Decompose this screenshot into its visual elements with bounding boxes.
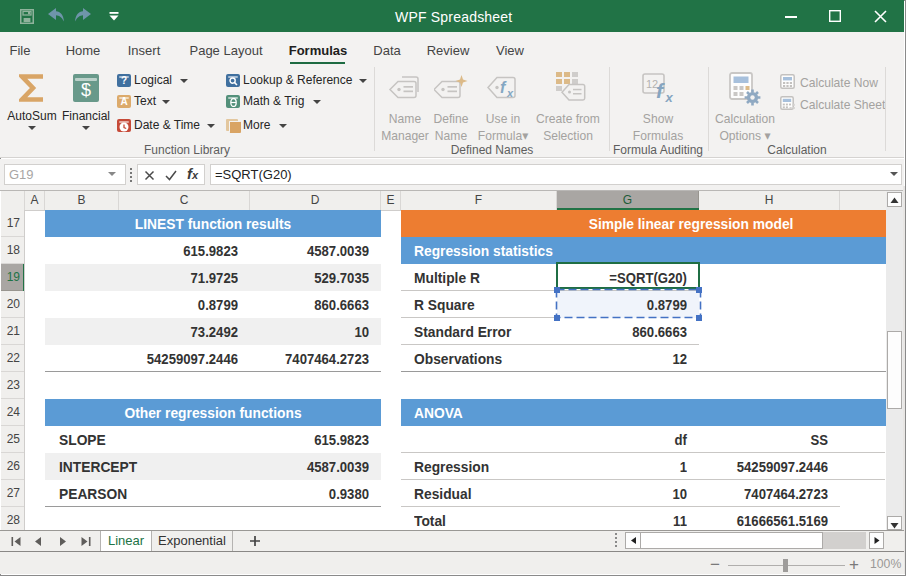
svg-text:x: x (665, 90, 674, 105)
svg-text:x: x (506, 87, 514, 99)
svg-text:f: f (500, 79, 507, 96)
